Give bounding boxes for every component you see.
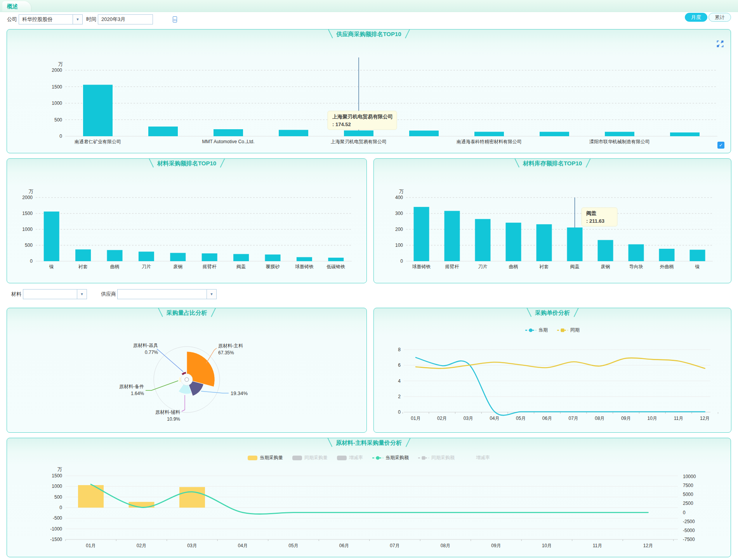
cumulative-button[interactable]: 累计 xyxy=(708,13,731,22)
svg-text:07月: 07月 xyxy=(569,416,578,421)
svg-text:原材料-辅料: 原材料-辅料 xyxy=(155,409,180,415)
time-label: 时间 xyxy=(86,14,96,24)
svg-text:万: 万 xyxy=(399,189,404,194)
svg-text:400: 400 xyxy=(395,195,403,200)
svg-text:球墨铸铁: 球墨铸铁 xyxy=(295,264,314,269)
svg-text:溧阳市联华机械制造有限公司: 溧阳市联华机械制造有限公司 xyxy=(589,139,650,144)
svg-text:万: 万 xyxy=(29,189,33,194)
chevron-down-icon: ▼ xyxy=(73,15,82,24)
svg-text:2: 2 xyxy=(398,394,401,399)
svg-text:1500: 1500 xyxy=(52,84,62,90)
svg-text:覆膜砂: 覆膜砂 xyxy=(266,264,280,269)
unit-price-chart[interactable]: 0246801月02月03月04月05月06月07月08月09月10月11月12… xyxy=(374,308,731,432)
svg-text:球墨铸铁: 球墨铸铁 xyxy=(412,264,431,269)
time-input-wrap: 31 xyxy=(98,14,153,24)
svg-text:10.9%: 10.9% xyxy=(167,416,180,422)
svg-text:01月: 01月 xyxy=(86,543,96,548)
svg-text:8: 8 xyxy=(398,347,401,352)
panel-material-purchase-top10: 材料采购额排名TOP10 0500100015002000万镍衬套曲柄刀片废钢摇… xyxy=(7,158,367,283)
svg-text:摇臂杆: 摇臂杆 xyxy=(202,264,217,269)
svg-text:1000: 1000 xyxy=(52,101,62,106)
svg-text:镍: 镍 xyxy=(695,264,700,269)
time-input[interactable] xyxy=(98,17,173,23)
tab-overview[interactable]: 概述 xyxy=(2,1,31,12)
svg-text:-500: -500 xyxy=(53,515,62,521)
monthly-button-label: 月度 xyxy=(691,14,701,21)
company-select[interactable]: 科华控股股份 ▼ xyxy=(19,14,83,24)
fullscreen-expand-icon[interactable] xyxy=(717,40,724,47)
cumulative-button-label: 累计 xyxy=(715,14,725,21)
svg-text:0: 0 xyxy=(59,505,62,510)
panel-unit-price: 采购单价分析 当期同期 0246801月02月03月04月05月06月07月08… xyxy=(373,308,731,433)
svg-text:0.77%: 0.77% xyxy=(145,350,158,355)
material-label: 材料 xyxy=(11,289,21,299)
svg-text:1500: 1500 xyxy=(22,211,33,216)
svg-text:1500: 1500 xyxy=(52,473,62,479)
panel-supplier-top10: 供应商采购额排名TOP10 0500100015002000万南通君仁矿业有限公… xyxy=(7,29,731,153)
svg-text:废钢: 废钢 xyxy=(173,264,182,269)
svg-text:低碳铬铁: 低碳铬铁 xyxy=(326,264,345,269)
svg-text:1000: 1000 xyxy=(22,227,33,232)
svg-text:刀片: 刀片 xyxy=(478,264,488,269)
svg-text:外曲柄: 外曲柄 xyxy=(660,264,674,269)
svg-text:1000: 1000 xyxy=(52,484,62,489)
supplier-select[interactable]: ▼ xyxy=(117,289,217,299)
svg-text:摇臂杆: 摇臂杆 xyxy=(445,264,459,269)
svg-text:阀盖: 阀盖 xyxy=(570,264,580,269)
purchase-qty-share-chart[interactable]: 原材料-主料67.35%19.34%原材料-辅料10.9%原材料-备件1.64%… xyxy=(7,308,366,432)
svg-text:500: 500 xyxy=(54,117,62,123)
monthly-button[interactable]: 月度 xyxy=(685,13,707,22)
supplier-top10-chart[interactable]: 0500100015002000万南通君仁矿业有限公司MMT Automotiv… xyxy=(7,29,731,153)
company-label: 公司 xyxy=(7,14,17,24)
svg-text:: 174.52: : 174.52 xyxy=(332,121,351,127)
panel-main-material: 原材料-主料采购量价分析 当期采购量同期采购量增减率当期采购额同期采购额增减率 … xyxy=(7,438,731,557)
svg-text:08月: 08月 xyxy=(441,543,450,548)
svg-text:19.34%: 19.34% xyxy=(231,390,248,396)
svg-text:原材料-主料: 原材料-主料 xyxy=(218,343,243,348)
svg-text:废钢: 废钢 xyxy=(601,264,610,269)
svg-text:7500: 7500 xyxy=(683,483,693,488)
svg-text:02月: 02月 xyxy=(137,543,146,548)
svg-text:11月: 11月 xyxy=(593,543,602,548)
material-select[interactable]: ▼ xyxy=(23,289,87,299)
tab-strip: 概述 xyxy=(0,0,738,12)
svg-text:07月: 07月 xyxy=(390,543,399,548)
svg-text:09月: 09月 xyxy=(621,416,631,421)
material-stock-top10-chart[interactable]: 0100200300400万球墨铸铁摇臂杆刀片曲柄衬套阀盖废钢导向块外曲柄镍阀盖… xyxy=(374,159,731,283)
calendar-icon[interactable]: 31 xyxy=(173,16,177,23)
svg-text:镍: 镍 xyxy=(49,264,54,269)
svg-text:0: 0 xyxy=(683,510,686,515)
svg-text:上海聚刃机电贸易有限公司: 上海聚刃机电贸易有限公司 xyxy=(332,114,393,120)
svg-text:: 211.63: : 211.63 xyxy=(586,218,604,224)
svg-text:原材料-备件: 原材料-备件 xyxy=(119,384,144,389)
company-select-value: 科华控股股份 xyxy=(19,16,73,23)
svg-text:200: 200 xyxy=(395,227,403,232)
svg-text:100: 100 xyxy=(395,243,403,248)
svg-text:05月: 05月 xyxy=(288,543,298,548)
svg-text:10000: 10000 xyxy=(683,474,696,479)
svg-text:原材料-器具: 原材料-器具 xyxy=(133,343,158,348)
svg-text:67.35%: 67.35% xyxy=(218,350,234,355)
svg-text:02月: 02月 xyxy=(437,416,447,421)
main-material-chart[interactable]: -1500-1000-500050010001500万-7500-5000-25… xyxy=(7,438,731,557)
dashboard-page: 概述 公司 科华控股股份 ▼ 时间 31 月度 累计 供应商采购额排名TOP10… xyxy=(0,0,738,560)
svg-text:刀片: 刀片 xyxy=(142,264,151,269)
svg-text:曲柄: 曲柄 xyxy=(509,264,518,269)
svg-text:0: 0 xyxy=(59,133,62,139)
svg-text:06月: 06月 xyxy=(339,543,349,548)
svg-text:2000: 2000 xyxy=(52,68,62,73)
svg-text:MMT Automotive Co.,Ltd.: MMT Automotive Co.,Ltd. xyxy=(202,139,254,144)
panel-purchase-qty-share: 采购量占比分析 原材料-主料67.35%19.34%原材料-辅料10.9%原材料… xyxy=(7,308,367,433)
svg-text:-2500: -2500 xyxy=(683,519,695,524)
svg-text:万: 万 xyxy=(58,61,63,67)
svg-text:-5000: -5000 xyxy=(683,528,695,533)
svg-text:10月: 10月 xyxy=(648,416,657,421)
svg-text:10月: 10月 xyxy=(542,543,552,548)
svg-text:衬套: 衬套 xyxy=(78,264,88,269)
svg-text:-1000: -1000 xyxy=(50,526,62,532)
material-purchase-top10-chart[interactable]: 0500100015002000万镍衬套曲柄刀片废钢摇臂杆阀盖覆膜砂球墨铸铁低碳… xyxy=(7,159,366,283)
svg-text:万: 万 xyxy=(57,466,62,472)
tab-overview-label: 概述 xyxy=(7,3,18,10)
svg-text:南通海泰科特精密材料有限公司: 南通海泰科特精密材料有限公司 xyxy=(457,139,522,144)
checkbox-checked-icon[interactable]: ✓ xyxy=(717,142,724,149)
